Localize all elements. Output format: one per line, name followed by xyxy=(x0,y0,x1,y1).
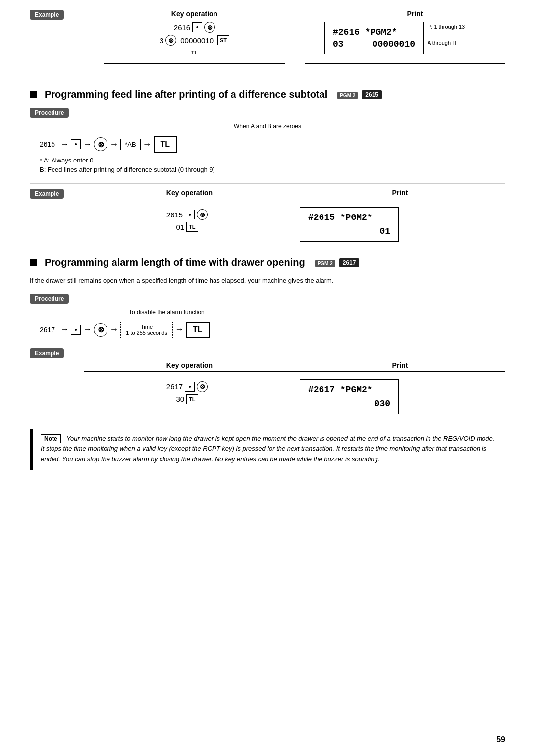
top-print-values: 03 00000010 xyxy=(333,39,415,49)
top-annotations: P: 1 through 13 A through H xyxy=(428,24,465,46)
section1-keyop-col: 2615 • ⊗ 01 TL xyxy=(84,202,290,242)
section2-arrow3: → xyxy=(109,324,118,335)
section2-time-box: Time 1 to 255 seconds xyxy=(120,322,173,338)
section2-pgm-badge: PGM 2 xyxy=(315,260,335,267)
top-example-section: Example Key operation 2616 • ⊗ 3 ⊗ 00000… xyxy=(30,10,505,74)
section1-procedure-block: Procedure When A and B are zeroes 2615 →… xyxy=(30,108,505,173)
top-otimes-key: ⊗ xyxy=(204,22,215,33)
section1-footnote2: B: Feed lines after printing of differen… xyxy=(40,166,505,173)
section1-proc-num: 2615 xyxy=(40,140,55,148)
section1-arrow1: → xyxy=(60,139,69,150)
top-key-op-line1: 2616 • ⊗ xyxy=(104,22,285,33)
section2-keyop-line2: 30 TL xyxy=(84,394,290,404)
section1-procedure-badge: Procedure xyxy=(30,108,69,118)
section2-ex-tl: TL xyxy=(186,394,198,404)
section2-keyop-header: Key operation xyxy=(84,361,295,372)
top-print-header: Print xyxy=(324,10,505,18)
section1-ex-otimes: ⊗ xyxy=(197,209,208,220)
note-section: Note Your machine starts to monitor how … xyxy=(30,429,505,470)
section2-col-header-line: Key operation Print xyxy=(30,361,505,372)
section2-example-columns: 2617 • ⊗ 30 TL #2617 *PGM2* 030 xyxy=(30,375,505,414)
top-key-operation-col: Key operation 2616 • ⊗ 3 ⊗ 00000010 ST T… xyxy=(104,10,285,64)
section1-keyop-line1: 2615 • ⊗ xyxy=(84,209,290,220)
section1-ex-num: 2615 xyxy=(166,211,183,219)
section2-ex-num: 2617 xyxy=(166,382,183,391)
top-print-left: 03 xyxy=(333,39,344,49)
top-print-title: #2616 *PGM2* xyxy=(333,27,415,37)
section1-example-columns: 2615 • ⊗ 01 TL #2615 *PGM2* 01 xyxy=(30,202,505,242)
section2-ex-bottom: 30 xyxy=(176,395,184,403)
section1-ab-box: *AB xyxy=(120,139,140,150)
top-key-operation-header: Key operation xyxy=(104,10,285,18)
section1-print-title: #2615 *PGM2* xyxy=(308,213,390,222)
section1-dot-key: • xyxy=(71,139,81,149)
section2-black-square xyxy=(30,259,37,266)
example-col-spacer: Example xyxy=(30,10,84,64)
top-00000010: 00000010 xyxy=(180,36,214,45)
section2-ex-dot: • xyxy=(185,382,195,392)
section2-header: Programming alarm length of time with dr… xyxy=(30,257,505,268)
top-print-box: #2616 *PGM2* 03 00000010 xyxy=(324,22,424,54)
section2-ex-otimes: ⊗ xyxy=(197,381,208,392)
section2-procedure-block: Procedure To disable the alarm function … xyxy=(30,294,505,338)
section1-col-header-line: Example Key operation Print xyxy=(30,189,505,199)
section1-keyop-header: Key operation xyxy=(84,189,295,199)
section2-example-spacer xyxy=(30,361,84,372)
section2-alarm-note: If the drawer still remains open when a … xyxy=(30,276,505,286)
section1-ex-bottom: 01 xyxy=(176,223,184,231)
section2-print-title: #2617 *PGM2* xyxy=(308,385,390,395)
section1-footnote1: * A: Always enter 0. xyxy=(40,157,505,164)
section2-keyop-line1: 2617 • ⊗ xyxy=(84,381,290,392)
section1-title: Programming feed line after printing of … xyxy=(45,89,327,100)
section1-header: Programming feed line after printing of … xyxy=(30,89,505,100)
section1-otimes-key: ⊗ xyxy=(94,137,107,151)
section2-arrow2: → xyxy=(83,324,92,335)
section1-keyop-line2: 01 TL xyxy=(84,222,290,232)
section2-arrow4: → xyxy=(175,324,184,335)
section1-ex-tl: TL xyxy=(186,222,198,232)
section2: Programming alarm length of time with dr… xyxy=(30,257,505,414)
top-print-col: Print #2616 *PGM2* 03 00000010 P: 1 thro… xyxy=(305,10,505,64)
top-key-op-line2: 3 ⊗ 00000010 ST xyxy=(104,35,285,46)
top-otimes-key2: ⊗ xyxy=(165,35,176,46)
section1-arrow2: → xyxy=(83,139,92,150)
section2-example: Example Key operation Print 2617 • ⊗ 30 … xyxy=(30,348,505,414)
section1-pgm-badge-wrapper: PGM 2 xyxy=(337,91,358,99)
section2-title: Programming alarm length of time with dr… xyxy=(45,257,305,268)
section2-keyop-col: 2617 • ⊗ 30 TL xyxy=(84,375,290,414)
section2-otimes-key: ⊗ xyxy=(94,323,107,337)
section2-procedure-diagram: 2617 → • → ⊗ → Time 1 to 255 seconds → T… xyxy=(40,322,505,338)
section2-dot-key: • xyxy=(71,325,81,335)
section1-ex-dot: • xyxy=(185,210,195,219)
top-annotation-bottom: A through H xyxy=(428,40,465,46)
section1-example-spacer: Example xyxy=(30,189,84,199)
section2-print-value: 030 xyxy=(308,399,390,409)
section1-arrow4: → xyxy=(143,139,152,150)
section2-num-badge: 2617 xyxy=(339,258,360,267)
section1-tl-box: TL xyxy=(154,136,177,153)
section1-print-box: #2615 *PGM2* 01 xyxy=(300,207,399,242)
top-example-badge: Example xyxy=(30,10,64,20)
section1-arrow3: → xyxy=(109,139,118,150)
section2-col-example xyxy=(30,375,84,414)
section1-when-note: When A and B are zeroes xyxy=(30,123,505,130)
top-num-2616: 2616 xyxy=(174,23,190,32)
section1-print-col: #2615 *PGM2* 01 xyxy=(290,202,505,242)
section1: Programming feed line after printing of … xyxy=(30,89,505,242)
section1-print-value: 01 xyxy=(308,226,390,236)
section2-tl-box: TL xyxy=(186,322,210,338)
top-num-3: 3 xyxy=(160,36,163,45)
section2-print-header: Print xyxy=(295,361,505,372)
top-print-area: #2616 *PGM2* 03 00000010 P: 1 through 13… xyxy=(324,22,505,54)
top-key-op-line3: TL xyxy=(104,48,285,57)
page-number: 59 xyxy=(496,735,505,744)
note-text: Your machine starts to monitor how long … xyxy=(41,435,494,463)
section2-disable-note: To disable the alarm function xyxy=(129,309,505,316)
section1-col-example xyxy=(30,202,84,242)
section1-black-square xyxy=(30,91,37,98)
top-st-key: ST xyxy=(217,35,229,45)
section1-print-header: Print xyxy=(295,189,505,199)
top-annotation-top: P: 1 through 13 xyxy=(428,24,465,30)
section2-example-badge: Example xyxy=(30,348,64,358)
top-print-right: 00000010 xyxy=(373,39,415,49)
